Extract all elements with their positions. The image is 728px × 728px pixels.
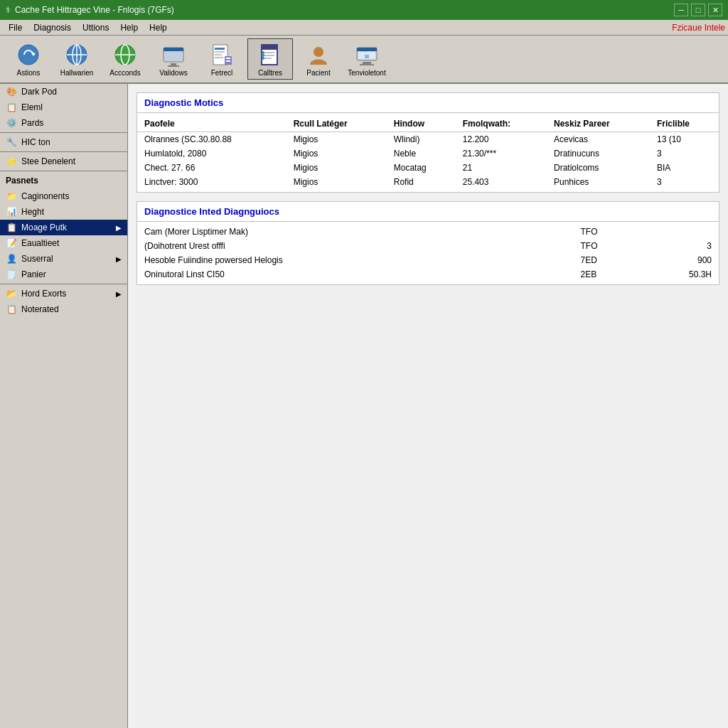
svg-rect-22 <box>262 45 277 50</box>
sidebar-divider-3 <box>0 171 127 171</box>
table-row[interactable]: Oninutoral Linst CI502EB50.3H <box>137 267 719 282</box>
table-cell: Rofid <box>387 175 456 189</box>
pacient-label: Pacient <box>306 69 330 77</box>
validows-icon <box>161 42 186 68</box>
dark-pod-icon: 🎨 <box>6 86 17 97</box>
sidebar-item-stee-denelent[interactable]: ⭐ Stee Denelent <box>0 154 127 169</box>
panier-icon: 🗒️ <box>6 269 17 280</box>
table-row[interactable]: Cam (Morer Lisptimer Mak)TFO <box>137 225 719 239</box>
sidebar-label-hord-exorts: Hord Exorts <box>21 289 66 299</box>
svg-rect-34 <box>360 64 374 65</box>
table-row[interactable]: Olrannes (SC.30.80.88MigiosWlindi)12.200… <box>137 132 719 147</box>
status-right: Fzicaue Intele <box>672 23 725 33</box>
table-cell-code: 2EB <box>574 267 643 282</box>
table-cell: Humlatold, 2080 <box>137 146 287 161</box>
suserral-icon: 👤 <box>6 253 17 264</box>
menu-bar: File Diagnosis Uttions Help Help Fzicaue… <box>0 20 728 36</box>
sidebar-label-eleml: Eleml <box>21 102 43 112</box>
toolbar-astions[interactable]: Astions <box>6 38 51 80</box>
fetrecl-label: Fetrecl <box>211 69 233 77</box>
sidebar-item-hord-exorts[interactable]: 📂 Hord Exorts ▶ <box>0 286 127 301</box>
table-cell: 3 <box>650 175 719 189</box>
app-icon: ⚕ <box>6 5 11 15</box>
table-row[interactable]: Linctver: 3000MigiosRofid25.403Punhices3 <box>137 175 719 189</box>
sidebar-item-eaualtieet[interactable]: 📝 Eaualtieet <box>0 235 127 251</box>
toolbar-tenvioletont[interactable]: Tenvioletont <box>344 38 390 80</box>
table-cell-empty <box>457 267 574 282</box>
sidebar-label-moage-putk: Moage Putk <box>21 223 67 232</box>
table-row[interactable]: (Doihotrent Urest offfiTFO3 <box>137 239 719 253</box>
sidebar-item-dark-pod[interactable]: 🎨 Dark Pod <box>0 84 127 100</box>
col-paofele: Paofele <box>137 116 287 132</box>
table-row[interactable]: Hesoble Fuiindine powersed Helogis7ED900 <box>137 253 719 267</box>
section1-header: Diagnostic Motics <box>137 93 719 113</box>
table-cell: 25.403 <box>456 175 547 189</box>
hic-ton-icon: 🔧 <box>6 136 17 148</box>
table-cell: Wlindi) <box>387 132 456 147</box>
accconds-icon <box>112 42 138 68</box>
sidebar-label-hic-ton: HIC ton <box>21 137 50 147</box>
toolbar-accconds[interactable]: Accconds <box>102 38 148 80</box>
sidebar-label-dark-pod: Dark Pod <box>21 87 57 97</box>
svg-rect-12 <box>168 65 179 67</box>
svg-rect-23 <box>263 52 274 53</box>
sidebar-item-eleml[interactable]: 📋 Eleml <box>0 100 127 115</box>
sidebar-item-caginonents[interactable]: 📁 Caginonents <box>0 188 127 204</box>
col-hindow: Hindow <box>387 116 456 132</box>
toolbar: Astions Hallwarien Accconds <box>0 36 728 84</box>
noterated-icon: 📋 <box>6 304 17 315</box>
col-neskiz: Neskiz Pareer <box>547 116 650 132</box>
close-button[interactable]: ✕ <box>708 4 722 16</box>
svg-point-29 <box>314 47 323 57</box>
svg-point-0 <box>18 45 38 65</box>
suserral-arrow: ▶ <box>116 255 122 263</box>
svg-rect-19 <box>226 58 230 59</box>
sidebar-item-panier[interactable]: 🗒️ Panier <box>0 267 127 282</box>
maximize-button[interactable]: □ <box>691 4 705 16</box>
sidebar-item-heght[interactable]: 📊 Heght <box>0 204 127 220</box>
title-text: Cache Fet Hittragec Vine - Fnlogis (7GFs… <box>15 5 174 15</box>
table-cell: Dratiolcoms <box>547 161 650 175</box>
pacient-icon <box>306 42 331 68</box>
table-cell: 13 (10 <box>650 132 719 147</box>
pards-icon: ⚙️ <box>6 117 17 129</box>
toolbar-pacient[interactable]: Pacient <box>296 38 341 80</box>
sidebar-item-noterated[interactable]: 📋 Noterated <box>0 301 127 317</box>
table-cell: Mocatag <box>387 161 456 175</box>
minimize-button[interactable]: ─ <box>674 4 688 16</box>
sidebar-item-suserral[interactable]: 👤 Suserral ▶ <box>0 251 127 267</box>
col-fmolqwath: Fmolqwath: <box>456 116 547 132</box>
table-cell: Acevicas <box>547 132 650 147</box>
table-row[interactable]: Chect. 27. 66MigiosMocatag21DratiolcomsB… <box>137 161 719 175</box>
sidebar-label-eaualtieet: Eaualtieet <box>21 238 59 248</box>
svg-rect-16 <box>215 54 222 55</box>
table-cell-value: 50.3H <box>643 267 719 282</box>
moage-putk-arrow: ▶ <box>116 224 122 232</box>
table-row[interactable]: Humlatold, 2080MigiosNeble21.30/***Drati… <box>137 146 719 161</box>
menu-uttions[interactable]: Uttions <box>77 21 114 34</box>
sidebar-section-pasnets: Pasnets <box>0 173 127 188</box>
table-cell-desc: Cam (Morer Lisptimer Mak) <box>137 225 457 239</box>
sidebar-item-pards[interactable]: ⚙️ Pards <box>0 115 127 131</box>
svg-rect-11 <box>171 63 176 65</box>
sidebar-item-moage-putk[interactable]: 📋 Moage Putk ▶ <box>0 220 127 235</box>
content-area: Diagnostic Motics Paofele Rcull Latéger … <box>128 84 728 728</box>
table-cell: 21 <box>456 161 547 175</box>
svg-rect-17 <box>215 57 223 58</box>
menu-help1[interactable]: Help <box>114 21 144 34</box>
table-cell: BIA <box>650 161 719 175</box>
sidebar-divider-1 <box>0 132 127 133</box>
menu-diagnosis[interactable]: Diagnosis <box>28 21 77 34</box>
table-cell: Linctver: 3000 <box>137 175 287 189</box>
astions-label: Astions <box>17 69 41 77</box>
sidebar-item-hic-ton[interactable]: 🔧 HIC ton <box>0 134 127 150</box>
toolbar-calltres[interactable]: Calltres <box>247 38 293 80</box>
toolbar-validows[interactable]: Validows <box>151 38 196 80</box>
toolbar-fetrecl[interactable]: Fetrecl <box>199 38 245 80</box>
svg-point-27 <box>262 54 264 57</box>
toolbar-hallwarien[interactable]: Hallwarien <box>54 38 100 80</box>
hord-exorts-arrow: ▶ <box>116 290 122 298</box>
menu-file[interactable]: File <box>3 21 28 34</box>
svg-rect-10 <box>164 48 183 51</box>
menu-help2[interactable]: Help <box>144 21 173 34</box>
